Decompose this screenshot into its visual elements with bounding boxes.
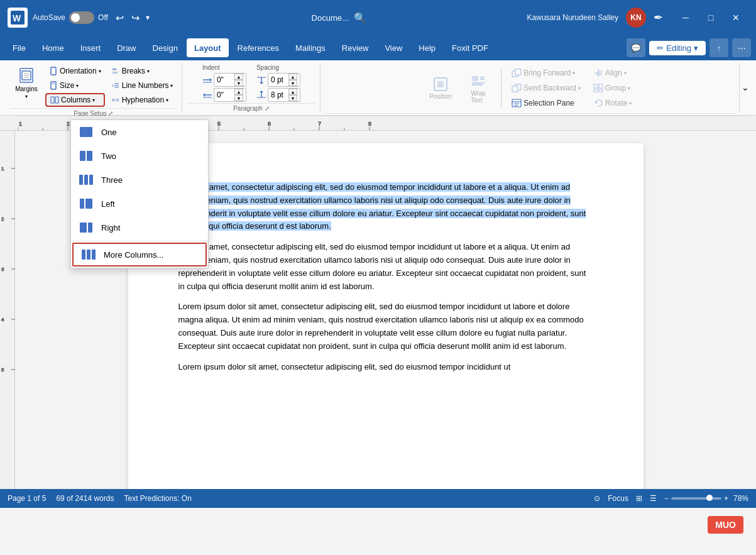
- menu-view[interactable]: View: [377, 38, 410, 57]
- menu-layout[interactable]: Layout: [187, 38, 229, 57]
- menu-design[interactable]: Design: [145, 38, 185, 57]
- orientation-label: Orientation: [60, 67, 97, 75]
- hyphenation-button[interactable]: a-b Hyphenation ▾: [107, 93, 177, 107]
- send-backward-label: Send Backward: [523, 84, 576, 92]
- spacing-before-spinners[interactable]: ▲ ▼: [288, 74, 297, 86]
- selection-pane-button[interactable]: Selection Pane: [508, 96, 584, 110]
- spacing-after-up[interactable]: ▲: [288, 89, 297, 95]
- svg-text:7: 7: [318, 121, 321, 127]
- svg-text:4: 4: [1, 317, 4, 322]
- redo-button[interactable]: ↪: [129, 12, 142, 24]
- focus-label[interactable]: Focus: [608, 494, 628, 503]
- svg-rect-100: [80, 199, 84, 209]
- align-button[interactable]: Align ▾: [589, 66, 635, 80]
- more-columns-label: More Columns...: [104, 250, 163, 260]
- search-icon[interactable]: 🔍: [354, 12, 366, 24]
- pen-icon[interactable]: ✒: [654, 11, 663, 25]
- group-label: Group: [605, 84, 626, 92]
- columns-button[interactable]: Columns ▾: [45, 93, 105, 107]
- indent-column: Indent 0" ▲ ▼ 0": [202, 64, 246, 102]
- menubar: File Home Insert Draw Design Layout Refe…: [0, 35, 756, 60]
- view-mode-icon[interactable]: ⊞: [636, 494, 642, 503]
- indent-left-input[interactable]: 0" ▲ ▼: [214, 73, 246, 87]
- line-numbers-button[interactable]: 1 Line Numbers ▾: [107, 79, 177, 92]
- columns-one-item[interactable]: One: [71, 120, 208, 144]
- indent-right-up[interactable]: ▲: [234, 89, 243, 95]
- ribbon-expand-icon: ⌄: [742, 82, 749, 92]
- focus-icon[interactable]: ⊙: [594, 494, 600, 503]
- position-button[interactable]: Position: [424, 70, 457, 106]
- spacing-before-input[interactable]: 0 pt ▲ ▼: [268, 73, 300, 87]
- menu-review[interactable]: Review: [334, 38, 376, 57]
- line-numbers-chevron-icon: ▾: [170, 83, 173, 89]
- size-chevron-icon: ▾: [76, 83, 79, 89]
- menu-file[interactable]: File: [5, 38, 33, 57]
- columns-left-label: Left: [101, 199, 115, 209]
- selected-text-1: dolor sit amet, consectetur adipiscing e…: [178, 182, 586, 231]
- zoom-control[interactable]: − + 78%: [664, 494, 748, 503]
- svg-text:3: 3: [1, 267, 4, 272]
- columns-right-label: Right: [101, 223, 120, 233]
- menu-foxit[interactable]: Foxit PDF: [444, 38, 496, 57]
- paragraph-expand-icon[interactable]: ⤢: [265, 105, 270, 112]
- size-button[interactable]: Size ▾: [45, 79, 105, 92]
- indent-left-row: 0" ▲ ▼: [202, 73, 246, 87]
- indent-left-spinners[interactable]: ▲ ▼: [234, 74, 243, 86]
- svg-text:1: 1: [1, 166, 4, 172]
- close-button[interactable]: ✕: [723, 8, 748, 27]
- spacing-after-down[interactable]: ▼: [288, 95, 297, 101]
- spacing-after-val: 8 pt: [271, 91, 283, 99]
- user-avatar[interactable]: KN: [626, 8, 646, 28]
- maximize-button[interactable]: □: [698, 8, 723, 27]
- spacing-before-up[interactable]: ▲: [288, 74, 297, 80]
- indent-right-input[interactable]: 0" ▲ ▼: [214, 88, 246, 102]
- group-button[interactable]: Group ▾: [589, 81, 635, 95]
- menu-references[interactable]: References: [230, 38, 287, 57]
- columns-right-item[interactable]: Right: [71, 216, 208, 239]
- ribbon-expand-button[interactable]: ⌄: [740, 63, 751, 112]
- indent-left-down[interactable]: ▼: [234, 80, 243, 86]
- zoom-in-icon[interactable]: +: [724, 494, 728, 503]
- indent-left-up[interactable]: ▲: [234, 74, 243, 80]
- undo-button[interactable]: ↩: [113, 12, 126, 24]
- breaks-button[interactable]: Breaks ▾: [107, 64, 177, 78]
- menu-insert[interactable]: Insert: [73, 38, 109, 57]
- spacing-before-down[interactable]: ▼: [288, 80, 297, 86]
- comment-button[interactable]: 💬: [627, 38, 645, 57]
- more-columns-item[interactable]: More Columns...: [72, 243, 207, 267]
- indent-right-val: 0": [217, 91, 224, 99]
- more-button[interactable]: ⋯: [732, 38, 751, 57]
- columns-two-item[interactable]: Two: [71, 144, 208, 168]
- svg-rect-94: [80, 127, 92, 137]
- spacing-after-spinners[interactable]: ▲ ▼: [288, 89, 297, 101]
- svg-rect-98: [84, 175, 88, 185]
- bring-forward-button[interactable]: Bring Forward ▾: [508, 66, 584, 80]
- editing-button[interactable]: ✏ Editing ▾: [649, 41, 706, 55]
- paragraph-label: Paragraph ⤢: [187, 103, 315, 112]
- spacing-after-input[interactable]: 8 pt ▲ ▼: [268, 88, 300, 102]
- svg-rect-55: [599, 84, 603, 88]
- columns-left-item[interactable]: Left: [71, 192, 208, 216]
- rotate-chevron-icon: ▾: [629, 101, 632, 106]
- rotate-button[interactable]: Rotate ▾: [589, 96, 635, 110]
- menu-mailings[interactable]: Mailings: [288, 38, 333, 57]
- dropdown-divider: [71, 241, 208, 241]
- menu-help[interactable]: Help: [411, 38, 443, 57]
- zoom-out-icon[interactable]: −: [664, 494, 669, 503]
- quick-access-button[interactable]: ▾: [145, 13, 151, 22]
- indent-right-down[interactable]: ▼: [234, 95, 243, 101]
- zoom-slider[interactable]: [671, 497, 721, 500]
- wrap-text-button[interactable]: WrapText: [462, 70, 495, 106]
- share-button[interactable]: ↑: [709, 38, 728, 57]
- view-mode-icon2[interactable]: ☰: [650, 494, 657, 503]
- columns-three-item[interactable]: Three: [71, 168, 208, 192]
- send-backward-button[interactable]: Send Backward ▾: [508, 81, 584, 95]
- menu-draw[interactable]: Draw: [109, 38, 143, 57]
- indent-right-spinners[interactable]: ▲ ▼: [234, 89, 243, 101]
- hyphenation-label: Hyphenation: [122, 96, 164, 104]
- minimize-button[interactable]: ─: [673, 8, 698, 27]
- autosave-toggle[interactable]: [69, 11, 94, 24]
- menu-home[interactable]: Home: [35, 38, 72, 57]
- orientation-button[interactable]: Orientation ▾: [45, 64, 105, 78]
- margins-button[interactable]: Margins ▾: [10, 64, 43, 102]
